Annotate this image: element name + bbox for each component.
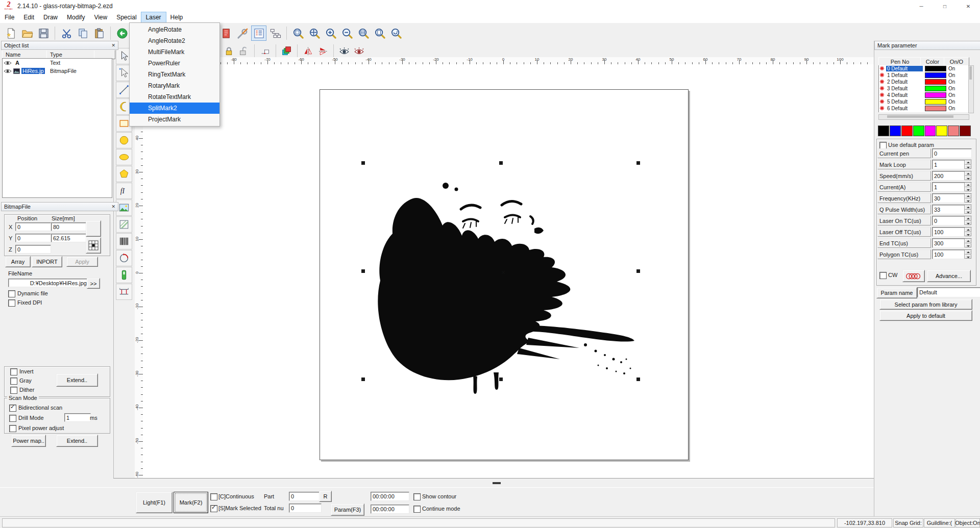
visibility-eye-icon[interactable] bbox=[4, 68, 13, 74]
palette-swatch[interactable] bbox=[925, 125, 936, 136]
rings-button[interactable] bbox=[902, 270, 925, 282]
param-field[interactable]: 0 bbox=[932, 148, 972, 158]
param-button[interactable]: Param(F3) bbox=[331, 504, 364, 516]
pen-row[interactable]: 5 DefaultOn bbox=[879, 98, 969, 105]
menu-special[interactable]: Special bbox=[112, 12, 141, 23]
pen-color-swatch[interactable] bbox=[925, 106, 946, 111]
zoom-out-icon[interactable] bbox=[339, 26, 355, 41]
pen-row[interactable]: 4 DefaultOn bbox=[879, 92, 969, 98]
object-list-toggle-icon[interactable] bbox=[251, 26, 266, 41]
param-field[interactable]: 200 bbox=[932, 171, 972, 181]
show-contour-checkbox[interactable] bbox=[413, 493, 421, 500]
spinner[interactable] bbox=[964, 194, 971, 203]
advance-button[interactable]: Advance... bbox=[927, 270, 971, 282]
import-button[interactable]: INPORT bbox=[32, 256, 62, 267]
param-field[interactable]: 1 bbox=[932, 160, 972, 169]
object-snap-status[interactable]: Object:On bbox=[955, 518, 980, 527]
palette-swatch[interactable] bbox=[901, 125, 913, 136]
param-field[interactable]: 33 bbox=[932, 205, 972, 214]
r-button[interactable]: R bbox=[319, 491, 332, 502]
spinner[interactable] bbox=[964, 216, 971, 225]
invert-checkbox[interactable] bbox=[10, 368, 17, 375]
object-list[interactable]: ATextHiRes.jpBitmapFile bbox=[2, 58, 112, 198]
new-file-icon[interactable] bbox=[3, 26, 18, 41]
flip-v-icon[interactable] bbox=[316, 44, 330, 58]
spinner[interactable] bbox=[964, 250, 971, 259]
selection-handle[interactable] bbox=[636, 161, 640, 165]
open-folder-icon[interactable] bbox=[19, 26, 35, 41]
selection-handle[interactable] bbox=[361, 161, 365, 165]
laser-menu-item-rotarymark[interactable]: RotaryMark bbox=[130, 80, 219, 91]
save-icon[interactable] bbox=[36, 26, 51, 41]
splitter-handle[interactable] bbox=[493, 482, 501, 484]
pen-color-swatch[interactable] bbox=[925, 99, 946, 105]
selection-handle[interactable] bbox=[361, 378, 365, 381]
barcode-tool-icon[interactable] bbox=[116, 233, 132, 249]
laser-menu-item-anglerotate2[interactable]: AngleRotate2 bbox=[130, 35, 219, 46]
y-size-field[interactable]: 62.615 bbox=[51, 234, 87, 242]
measure-tool-icon[interactable] bbox=[116, 284, 132, 300]
doc-red-icon[interactable] bbox=[218, 26, 234, 41]
visibility-eye-icon[interactable] bbox=[4, 60, 13, 66]
layers-icon[interactable] bbox=[280, 44, 293, 58]
spinner[interactable] bbox=[964, 160, 971, 169]
y-position-field[interactable]: 0 bbox=[15, 234, 51, 242]
select-param-library-button[interactable]: Select param from library bbox=[879, 299, 972, 310]
zoom-all-icon[interactable] bbox=[356, 26, 371, 41]
continuous-checkbox[interactable] bbox=[210, 493, 217, 500]
gray-checkbox[interactable] bbox=[10, 378, 17, 385]
drill-mode-checkbox[interactable] bbox=[9, 415, 16, 422]
menu-modify[interactable]: Modify bbox=[62, 12, 89, 23]
filename-field[interactable]: D:¥Desktop¥HiRes.jpg bbox=[8, 279, 89, 287]
param-field[interactable]: 300 bbox=[932, 238, 972, 248]
object-row[interactable]: HiRes.jpBitmapFile bbox=[3, 67, 112, 75]
z-position-field[interactable]: 0 bbox=[15, 245, 51, 254]
laser-menu-item-anglerotate[interactable]: AngleRotate bbox=[130, 24, 219, 35]
spinner[interactable] bbox=[964, 183, 971, 191]
zoom-move-icon[interactable] bbox=[307, 26, 322, 41]
fixed-dpi-checkbox[interactable] bbox=[8, 299, 15, 307]
eye-preview-icon[interactable] bbox=[337, 44, 351, 58]
mark-selected-checkbox[interactable] bbox=[210, 505, 217, 512]
pen-color-swatch[interactable] bbox=[925, 79, 946, 85]
zoom-refresh-icon[interactable] bbox=[388, 26, 404, 41]
text-tool-icon[interactable]: fI bbox=[116, 183, 132, 199]
pen-list[interactable]: 0 DefaultOn1 DefaultOn2 DefaultOn3 Defau… bbox=[878, 65, 969, 112]
pen-color-swatch[interactable] bbox=[925, 86, 946, 91]
laser-menu-item-ringtextmark[interactable]: RingTextMark bbox=[130, 69, 219, 80]
tools-icon[interactable] bbox=[235, 26, 250, 41]
laser-menu-item-powerruler[interactable]: PowerRuler bbox=[130, 58, 219, 69]
param-name-field[interactable]: Default bbox=[917, 287, 980, 297]
spinner[interactable] bbox=[964, 205, 971, 214]
hatch-tool-icon[interactable] bbox=[116, 216, 132, 233]
close-button[interactable]: ✕ bbox=[957, 0, 980, 12]
maximize-button[interactable]: □ bbox=[933, 0, 957, 12]
spinner[interactable] bbox=[964, 171, 971, 180]
palette-swatch[interactable] bbox=[948, 125, 959, 136]
spinner[interactable] bbox=[964, 239, 971, 247]
undo-icon[interactable] bbox=[114, 26, 130, 41]
laser-menu-item-projectmark[interactable]: ProjectMark bbox=[130, 114, 219, 125]
menu-edit[interactable]: Edit bbox=[19, 12, 39, 23]
eye-preview-red-icon[interactable] bbox=[352, 44, 366, 58]
pen-row[interactable]: 6 DefaultOn bbox=[879, 105, 969, 112]
polygon-tool-icon[interactable] bbox=[116, 166, 132, 182]
node-tree-icon[interactable] bbox=[267, 26, 283, 41]
zoom-page-icon[interactable] bbox=[372, 26, 387, 41]
pen-color-swatch[interactable] bbox=[925, 92, 946, 98]
laser-menu-item-multifilemark[interactable]: MultiFileMark bbox=[130, 46, 219, 58]
param-field[interactable]: 1 bbox=[932, 182, 972, 192]
palette-swatch[interactable] bbox=[890, 125, 901, 136]
palette-swatch[interactable] bbox=[878, 125, 889, 136]
palette-swatch[interactable] bbox=[913, 125, 924, 136]
use-default-param-checkbox[interactable] bbox=[879, 142, 887, 149]
cut-icon[interactable] bbox=[59, 26, 74, 41]
minimize-button[interactable]: ─ bbox=[910, 0, 933, 12]
pen-row[interactable]: 2 DefaultOn bbox=[879, 79, 969, 85]
laser-menu-item-splitmark2[interactable]: SplitMark2 bbox=[130, 103, 219, 114]
drawing-canvas[interactable]: ✕ bbox=[143, 64, 874, 478]
palette-swatch[interactable] bbox=[936, 125, 947, 136]
green-device-tool-icon[interactable] bbox=[116, 267, 132, 283]
light-button[interactable]: Light(F1) bbox=[136, 492, 173, 513]
extend2-button[interactable]: Extend.. bbox=[56, 435, 98, 447]
